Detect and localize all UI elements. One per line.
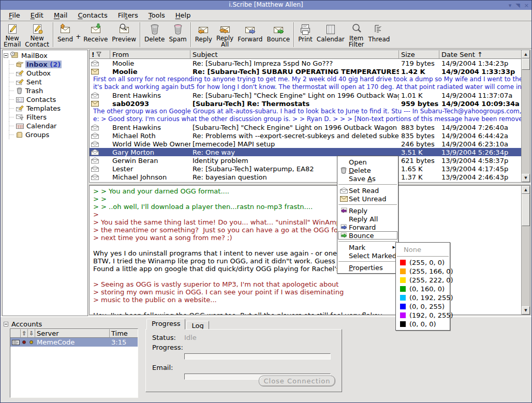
- window-shade-icon[interactable]: ▾: [509, 3, 512, 8]
- mail-row[interactable]: Gerwin Beran Identity problem 621 bytes …: [90, 156, 521, 165]
- scroll-thumb[interactable]: [522, 194, 530, 226]
- context-menu-set-unread[interactable]: Set Unread: [338, 195, 397, 203]
- context-menu-open[interactable]: Open: [338, 158, 397, 166]
- scroll-up-icon[interactable]: ▲: [522, 186, 530, 194]
- mail-list-scrollbar[interactable]: ▲ ▼: [521, 50, 530, 182]
- collapse-toggle-icon[interactable]: [4, 53, 8, 58]
- menu-tools[interactable]: Tools: [143, 10, 170, 21]
- scroll-down-icon[interactable]: ▼: [522, 174, 530, 182]
- context-menu-forward[interactable]: Forward: [338, 223, 397, 231]
- message-scrollbar[interactable]: ▲ ▼: [521, 186, 530, 315]
- mail-row[interactable]: Moolie Re: [Subaru-Tech] Impreza 5spd No…: [90, 59, 521, 67]
- toolbar-spam-button[interactable]: Spam: [167, 22, 188, 48]
- menu-mail[interactable]: Mail: [49, 10, 72, 21]
- context-menu-reply-all[interactable]: Reply All: [338, 215, 397, 223]
- close-connection-button[interactable]: Close Connection: [259, 376, 335, 386]
- tab-log[interactable]: Log: [186, 321, 209, 330]
- sidebar-item-groups[interactable]: Groups: [4, 130, 87, 139]
- toolbar-new-email-button[interactable]: New Email: [2, 22, 23, 48]
- submenu-none[interactable]: None: [396, 244, 449, 255]
- toolbar-thread-button[interactable]: Thread: [366, 22, 392, 48]
- status-label: Status:: [152, 334, 184, 341]
- column-date-sent[interactable]: Date Sent ↑: [439, 50, 521, 59]
- accounts-icon-column[interactable]: [10, 329, 21, 338]
- account-row[interactable]: MemeCode 3:15: [10, 338, 138, 347]
- mail-row[interactable]: Michael Roth Re: Problems with --export-…: [90, 131, 521, 140]
- toolbar-reply-all-button[interactable]: Reply All: [214, 22, 235, 48]
- mail-row[interactable]: Moolie Re: [Subaru-Tech] SUBARU OPERATIN…: [90, 67, 521, 76]
- toolbar-preview-button[interactable]: Preview: [110, 22, 138, 48]
- menu-contacts[interactable]: Contacts: [72, 10, 112, 21]
- toolbar-reply-button[interactable]: Reply: [193, 22, 214, 48]
- column-size[interactable]: Size: [399, 50, 439, 59]
- context-menu-delete[interactable]: Delete: [338, 166, 397, 174]
- sidebar-item-trash[interactable]: Trash: [4, 86, 87, 95]
- context-menu-select-marked[interactable]: Select Marked ▶: [338, 251, 397, 260]
- titlebar[interactable]: i.Scribe [Matthew Allen] ▾◥×: [1, 1, 531, 10]
- mail-row[interactable]: Lester Re: [Subaru-Tech] waterpump, EA82…: [90, 165, 521, 173]
- menu-filters[interactable]: Filters: [113, 10, 143, 21]
- tree-root-mailbox[interactable]: MailBox: [4, 51, 87, 60]
- sidebar-item-templates[interactable]: Templates: [4, 104, 87, 113]
- toolbar-new-contact-button[interactable]: New Contact: [23, 22, 51, 48]
- sidebar-item-contacts[interactable]: Contacts: [4, 95, 87, 104]
- menu-help[interactable]: Help: [170, 10, 196, 21]
- toolbar-item-filter-button[interactable]: Item Filter: [347, 22, 366, 48]
- context-menu-mark[interactable]: Mark ▶: [338, 243, 397, 251]
- mail-row[interactable]: Michael Johnson Re: bayesian question 1.…: [90, 173, 521, 181]
- sort-down-icon[interactable]: ⇩: [28, 329, 35, 338]
- mail-size: 719 bytes: [399, 59, 439, 67]
- toolbar-send-button[interactable]: Send: [55, 22, 75, 48]
- context-menu-save-as[interactable]: Save As: [338, 174, 397, 183]
- sidebar-item-calendar[interactable]: Calendar: [4, 122, 87, 130]
- column-server[interactable]: Server: [35, 329, 110, 338]
- mail-row[interactable]: World Wide Web Owner [memecode] MAPI set…: [90, 140, 521, 148]
- reply-all-icon: [218, 23, 232, 35]
- tab-progress[interactable]: Progress: [146, 319, 185, 330]
- submenu-color-yellow[interactable]: (255, 222, 0): [396, 276, 449, 285]
- toolbar-receive-button[interactable]: Receive: [81, 22, 110, 48]
- folder-tree: MailBox Inbox (2) Outbox Sent Trash Cont…: [2, 50, 88, 316]
- submenu-color-cyan[interactable]: (0, 192, 255): [396, 293, 449, 302]
- submenu-color-orange[interactable]: (255, 166, 0): [396, 267, 449, 276]
- scroll-thumb[interactable]: [522, 58, 530, 70]
- submenu-color-black[interactable]: (0, 0, 0): [396, 320, 449, 329]
- scroll-up-icon[interactable]: ▲: [522, 50, 530, 58]
- column-flags[interactable]: !: [90, 50, 110, 59]
- mail-row[interactable]: Brent Hawkins Re: [Subaru-Tech] "Check E…: [90, 91, 521, 99]
- column-subject[interactable]: Subject: [190, 50, 399, 59]
- mail-row[interactable]: Brent Hawkins [Subaru-Tech] "Check Engin…: [90, 123, 521, 131]
- collapse-toggle-icon[interactable]: [4, 322, 8, 326]
- sidebar-item-outbox[interactable]: Outbox: [4, 69, 87, 78]
- mail-row[interactable]: Gary Morton Re: One way 3.51 K 13/9/2004…: [90, 148, 521, 156]
- scroll-track[interactable]: [522, 194, 530, 306]
- menu-separator: [338, 261, 397, 262]
- scroll-track[interactable]: [522, 58, 530, 174]
- mail-row[interactable]: sab02093 [Subaru-Tech] Re: Thermostats 9…: [90, 99, 521, 108]
- toolbar-calendar-button[interactable]: Calendar: [315, 22, 347, 48]
- message-preview: > > You and your darned OGG format....> …: [89, 185, 530, 315]
- column-time[interactable]: Time: [110, 329, 138, 338]
- submenu-color-green[interactable]: (0, 160, 0): [396, 285, 449, 293]
- sort-up-icon[interactable]: ⇧: [21, 329, 28, 338]
- submenu-color-red[interactable]: (255, 0, 0): [396, 258, 449, 267]
- scroll-down-icon[interactable]: ▼: [522, 306, 530, 315]
- context-menu-reply[interactable]: Reply: [338, 206, 397, 215]
- sidebar-item-inbox[interactable]: Inbox (2): [4, 60, 87, 69]
- toolbar-bounce-button[interactable]: Bounce: [264, 22, 292, 48]
- window-close-icon[interactable]: ×: [524, 3, 529, 8]
- context-menu-set-read[interactable]: Set Read: [338, 186, 397, 195]
- submenu-color-blue[interactable]: (0, 0, 255): [396, 302, 449, 311]
- sidebar-item-sent[interactable]: Sent: [4, 78, 87, 86]
- context-menu-bounce[interactable]: Bounce: [338, 231, 397, 240]
- column-from[interactable]: From: [110, 50, 190, 59]
- sidebar-item-filters[interactable]: Filters: [4, 113, 87, 122]
- toolbar-delete-button[interactable]: Delete: [142, 22, 167, 48]
- menu-file[interactable]: File: [4, 10, 25, 21]
- window-maximize-icon[interactable]: ◥: [515, 3, 520, 8]
- toolbar-print-button[interactable]: Print: [296, 22, 315, 48]
- toolbar-forward-button[interactable]: Forward: [235, 22, 264, 48]
- submenu-color-purple[interactable]: (192, 0, 255): [396, 311, 449, 320]
- context-menu-properties[interactable]: Properties: [338, 263, 397, 272]
- menu-edit[interactable]: Edit: [25, 10, 49, 21]
